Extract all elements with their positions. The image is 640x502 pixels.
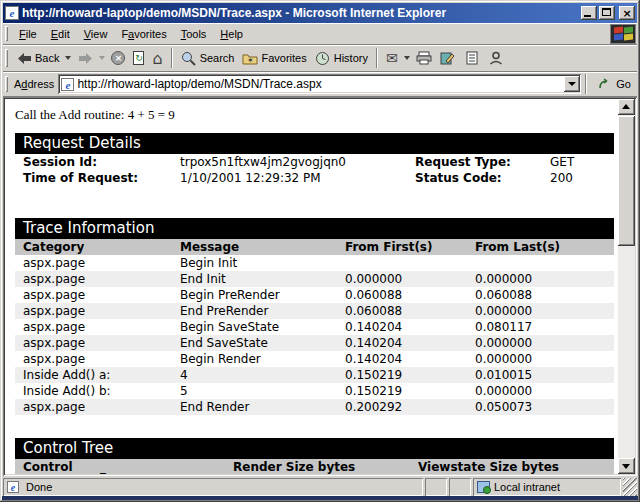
trace-row: aspx.pageEnd PreRender0.0600880.000000	[15, 303, 614, 319]
maximize-icon	[602, 8, 611, 16]
col-category: Category	[23, 240, 180, 254]
history-button[interactable]: History	[311, 47, 372, 70]
col-viewstate-size: Viewstate Size bytes	[418, 460, 614, 474]
vertical-scrollbar[interactable]	[618, 99, 635, 474]
search-button[interactable]: Search	[177, 47, 239, 70]
col-control-2: _	[100, 460, 233, 474]
browser-window: e http://rhoward-laptop/demo/MSDN/Trace.…	[0, 0, 640, 502]
menu-tools[interactable]: Tools	[174, 25, 214, 43]
edit-button[interactable]	[436, 47, 460, 70]
status-text: Done	[26, 481, 52, 493]
detail-row: Session Id: trpox5n1ftxw4jm2gvogjqn0 Req…	[15, 154, 614, 170]
address-dropdown-button[interactable]	[564, 76, 580, 92]
trace-cell: Begin PreRender	[180, 288, 345, 302]
session-id-value: trpox5n1ftxw4jm2gvogjqn0	[180, 155, 415, 169]
trace-row: aspx.pageEnd Render0.2002920.050073	[15, 399, 614, 415]
request-type-value: GET	[550, 155, 614, 169]
trace-cell: 0.150219	[345, 384, 475, 398]
windows-logo-throbber	[610, 24, 636, 44]
forward-dropdown-icon[interactable]	[99, 56, 105, 60]
refresh-button[interactable]: ↻	[129, 47, 148, 70]
trace-cell: 0.000000	[475, 272, 614, 286]
col-message: Message	[180, 240, 345, 254]
menu-grip[interactable]	[5, 26, 8, 41]
back-icon	[16, 50, 32, 66]
trace-cell: 0.150219	[345, 368, 475, 382]
discuss-button[interactable]	[460, 47, 484, 70]
trace-cell: 0.050073	[475, 400, 614, 414]
menu-view[interactable]: View	[77, 25, 115, 43]
back-button[interactable]: Back	[12, 47, 63, 70]
maximize-button[interactable]	[599, 6, 615, 20]
col-control: Control	[23, 460, 100, 474]
address-grip[interactable]	[5, 76, 8, 93]
security-zone-panel: Local intranet	[473, 478, 621, 496]
go-button[interactable]: Go	[591, 74, 637, 94]
home-icon: ⌂	[152, 49, 162, 68]
edit-icon	[440, 50, 456, 66]
trace-cell: aspx.page	[23, 256, 180, 270]
menu-bar: File Edit View Favorites Tools Help	[3, 23, 637, 45]
toolbar: Back × ↻ ⌂ Search ✶ Favorites History ✉	[3, 45, 637, 72]
discuss-icon	[464, 50, 480, 66]
resize-grip[interactable]	[623, 478, 637, 496]
trace-cell: Inside Add() a:	[23, 368, 180, 382]
favorites-button[interactable]: ✶ Favorites	[238, 47, 310, 70]
print-icon	[416, 50, 432, 66]
mail-button[interactable]: ✉	[382, 47, 402, 70]
forward-button[interactable]	[73, 47, 97, 70]
scroll-up-icon[interactable]	[618, 99, 635, 115]
trace-row: Inside Add() a:40.1502190.010015	[15, 367, 614, 383]
trace-row: aspx.pageBegin SaveState0.1402040.080117	[15, 319, 614, 335]
trace-cell: 0.000000	[475, 304, 614, 318]
minimize-button[interactable]	[581, 6, 597, 20]
scroll-down-icon[interactable]	[618, 458, 635, 474]
address-input[interactable]: e http://rhoward-laptop/demo/MSDN/Trace.…	[58, 74, 581, 94]
trace-cell: aspx.page	[23, 272, 180, 286]
menu-edit[interactable]: Edit	[44, 25, 77, 43]
trace-cell: 0.000000	[475, 336, 614, 350]
trace-cell: 0.140204	[345, 320, 475, 334]
print-button[interactable]	[412, 47, 436, 70]
control-tree-table-header: Control _ Render Size bytes Viewstate Si…	[15, 459, 614, 474]
toolbar-separator	[376, 48, 378, 68]
detail-row: Time of Request: 1/10/2001 12:29:32 PM S…	[15, 170, 614, 186]
trace-cell: 0.000000	[345, 272, 475, 286]
toolbar-grip[interactable]	[5, 49, 8, 67]
session-id-label: Session Id:	[23, 155, 180, 169]
local-intranet-icon	[477, 481, 490, 493]
menu-help[interactable]: Help	[213, 25, 250, 43]
trace-cell: 5	[180, 384, 345, 398]
messenger-button[interactable]	[484, 47, 508, 70]
trace-row: aspx.pageBegin Render0.1402040.000000	[15, 351, 614, 367]
stop-button[interactable]: ×	[107, 47, 129, 70]
trace-cell: Begin Init	[180, 256, 345, 270]
back-dropdown-icon[interactable]	[65, 56, 71, 60]
go-icon	[597, 76, 613, 92]
menu-file[interactable]: File	[12, 25, 44, 43]
minimize-icon	[584, 15, 591, 17]
search-icon	[181, 50, 197, 66]
request-details-header: Request Details	[15, 133, 614, 154]
mail-dropdown-icon[interactable]	[404, 56, 410, 60]
home-button[interactable]: ⌂	[148, 47, 166, 70]
trace-row: Inside Add() b:50.1502190.000000	[15, 383, 614, 399]
trace-row: aspx.pageEnd Init0.0000000.000000	[15, 271, 614, 287]
window-bottom-edge	[2, 496, 638, 500]
request-type-label: Request Type:	[415, 155, 550, 169]
mail-icon: ✉	[386, 50, 398, 66]
trace-cell: End PreRender	[180, 304, 345, 318]
status-panel: e Done	[3, 478, 423, 496]
scroll-thumb[interactable]	[618, 116, 635, 246]
title-bar[interactable]: e http://rhoward-laptop/demo/MSDN/Trace.…	[3, 3, 637, 23]
col-from-last: From Last(s)	[475, 240, 614, 254]
url-text[interactable]: http://rhoward-laptop/demo/MSDN/Trace.as…	[77, 77, 564, 91]
status-bar: e Done Local intranet	[3, 476, 637, 496]
close-button[interactable]: ×	[619, 6, 635, 20]
trace-row: aspx.pageBegin PreRender0.0600880.060088	[15, 287, 614, 303]
menu-favorites[interactable]: Favorites	[114, 25, 173, 43]
person-icon	[488, 50, 504, 66]
status-code-value: 200	[550, 171, 614, 185]
trace-cell: aspx.page	[23, 352, 180, 366]
trace-cell: aspx.page	[23, 320, 180, 334]
